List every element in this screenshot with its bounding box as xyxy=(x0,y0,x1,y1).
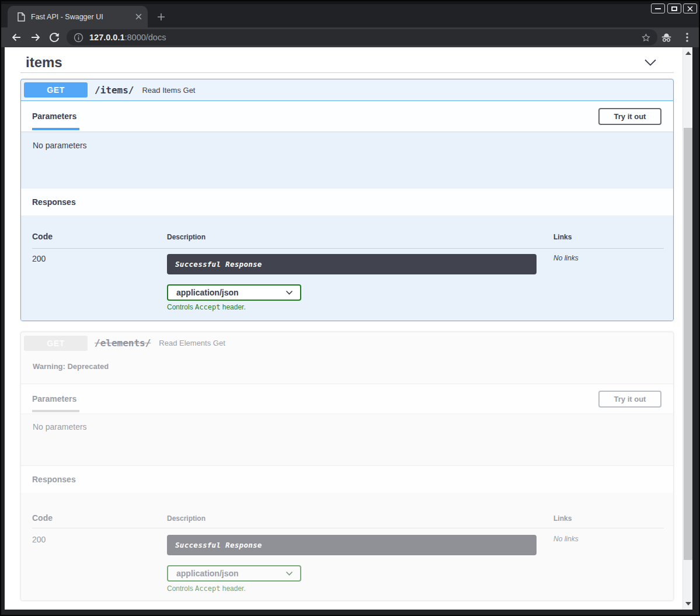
media-type-value: application/json xyxy=(176,288,239,297)
window-close-button[interactable] xyxy=(683,4,697,13)
select-chevron-icon xyxy=(285,571,293,576)
reload-icon[interactable] xyxy=(48,32,60,43)
accept-note-prefix: Controls xyxy=(167,584,195,593)
accept-header-note: Controls Accept header. xyxy=(167,584,246,593)
parameters-body: No parameters xyxy=(21,413,673,465)
new-tab-button[interactable] xyxy=(154,10,168,24)
response-description-box: Successful Response xyxy=(167,535,537,555)
url-path: :8000/docs xyxy=(124,33,166,42)
column-header-description: Description xyxy=(167,233,206,241)
opblock-summary[interactable]: GET /items/ Read Items Get xyxy=(21,79,673,101)
response-description-box: Successful Response xyxy=(167,254,537,274)
response-description-text: Successful Response xyxy=(175,541,262,549)
accept-note-prefix: Controls xyxy=(167,303,195,311)
operation-summary-text: Read Elements Get xyxy=(159,339,225,347)
active-tab-underline xyxy=(32,410,79,412)
opblock-get-elements-deprecated: GET /elements/ Read Elements Get Warning… xyxy=(20,332,674,601)
accept-note-suffix: header. xyxy=(220,303,245,311)
responses-header-row: Responses xyxy=(21,465,673,493)
parameters-header-row: Parameters Try it out xyxy=(21,384,673,413)
table-divider xyxy=(32,248,664,249)
site-info-icon[interactable] xyxy=(74,33,83,43)
responses-title: Responses xyxy=(32,197,76,207)
tag-section-items[interactable]: items xyxy=(20,53,674,73)
try-it-out-button[interactable]: Try it out xyxy=(598,108,661,125)
responses-header-row: Responses xyxy=(21,189,673,215)
back-icon[interactable] xyxy=(11,32,22,43)
responses-table: Code Description Links 200 Successful Re… xyxy=(21,493,673,600)
browser-toolbar: 127.0.0.1:8000/docs xyxy=(1,27,699,47)
accept-note-suffix: header. xyxy=(220,584,245,593)
window-maximize-button[interactable] xyxy=(667,4,681,13)
operation-path: /elements/ xyxy=(95,337,151,349)
page-content: items GET /items/ Read Items Get Paramet… xyxy=(5,47,692,610)
response-code: 200 xyxy=(32,535,46,544)
column-header-code: Code xyxy=(32,513,53,523)
page-favicon-icon xyxy=(17,12,25,22)
tag-section-title: items xyxy=(26,54,62,71)
parameters-header-row: Parameters Try it out xyxy=(21,101,673,131)
url-host: 127.0.0.1 xyxy=(89,33,124,42)
browser-window: Fast API - Swagger UI xyxy=(0,0,700,616)
column-header-code: Code xyxy=(32,232,53,241)
accept-header-note: Controls Accept header. xyxy=(167,303,246,311)
operation-summary-text: Read Items Get xyxy=(142,86,195,95)
try-it-out-button[interactable]: Try it out xyxy=(598,391,661,408)
accept-note-mono: Accept xyxy=(195,584,220,593)
tab-strip: Fast API - Swagger UI xyxy=(1,1,699,27)
tab-parameters[interactable]: Parameters xyxy=(32,394,76,403)
active-tab-underline xyxy=(32,128,79,130)
page-scrollbar[interactable] xyxy=(682,47,692,610)
column-header-links: Links xyxy=(553,514,572,523)
parameters-body: No parameters xyxy=(21,131,673,189)
browser-tab[interactable]: Fast API - Swagger UI xyxy=(8,6,148,27)
no-parameters-text: No parameters xyxy=(33,422,87,431)
url-text: 127.0.0.1:8000/docs xyxy=(89,33,166,42)
forward-icon[interactable] xyxy=(30,32,41,43)
media-type-select[interactable]: application/json xyxy=(167,565,301,582)
response-code: 200 xyxy=(32,254,46,263)
browser-menu-icon[interactable] xyxy=(683,32,691,43)
responses-table: Code Description Links 200 Successful Re… xyxy=(21,215,673,321)
no-links-text: No links xyxy=(553,535,579,543)
incognito-icon xyxy=(660,32,673,43)
method-badge: GET xyxy=(24,336,88,351)
opblock-get-items: GET /items/ Read Items Get Parameters Tr… xyxy=(20,79,674,321)
address-bar[interactable]: 127.0.0.1:8000/docs xyxy=(67,29,657,46)
swagger-ui: items GET /items/ Read Items Get Paramet… xyxy=(20,47,674,601)
response-description-text: Successful Response xyxy=(175,260,262,269)
media-type-select[interactable]: application/json xyxy=(167,284,301,301)
tab-parameters[interactable]: Parameters xyxy=(32,112,76,121)
close-icon xyxy=(687,6,693,12)
responses-title: Responses xyxy=(32,475,76,484)
window-minimize-button[interactable] xyxy=(651,4,665,13)
maximize-icon xyxy=(671,6,677,11)
window-frame-edge xyxy=(1,1,699,4)
deprecated-warning: Warning: Deprecated xyxy=(21,354,673,384)
scrollbar-thumb[interactable] xyxy=(684,128,692,560)
media-type-value: application/json xyxy=(176,569,239,578)
column-header-links: Links xyxy=(553,233,572,241)
minimize-icon xyxy=(655,8,661,9)
no-parameters-text: No parameters xyxy=(33,141,87,150)
select-chevron-icon xyxy=(285,290,293,295)
accept-note-mono: Accept xyxy=(195,303,220,311)
bookmark-star-icon[interactable] xyxy=(640,32,652,43)
column-header-description: Description xyxy=(167,514,206,523)
method-badge: GET xyxy=(24,82,88,98)
chevron-down-icon[interactable] xyxy=(643,56,657,69)
plus-icon xyxy=(157,13,165,21)
opblock-summary[interactable]: GET /elements/ Read Elements Get xyxy=(21,332,673,354)
no-links-text: No links xyxy=(553,254,579,262)
operation-path: /items/ xyxy=(95,85,134,96)
scrollbar-down-arrow-icon[interactable] xyxy=(685,602,691,605)
tab-title: Fast API - Swagger UI xyxy=(31,13,135,21)
tab-close-icon[interactable] xyxy=(135,13,142,20)
table-divider xyxy=(32,528,664,528)
scrollbar-up-arrow-icon[interactable] xyxy=(685,51,691,55)
